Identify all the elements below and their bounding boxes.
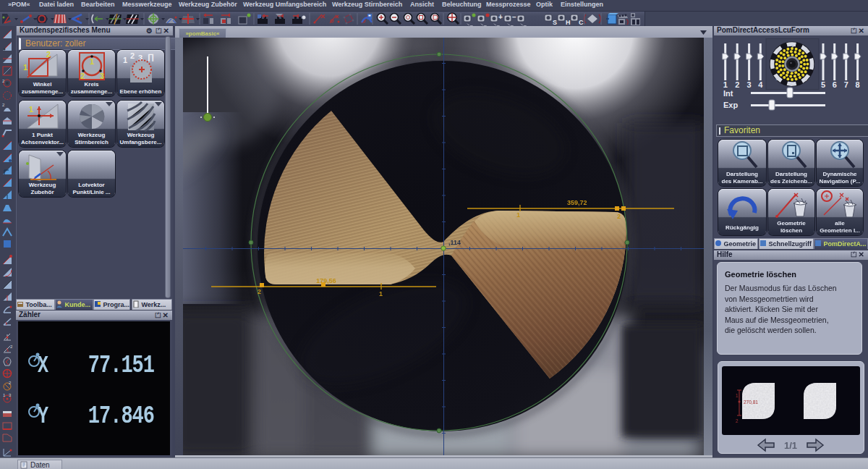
svg-text:2: 2 xyxy=(735,80,739,89)
svg-text:1: 1 xyxy=(791,43,793,48)
svg-text:2: 2 xyxy=(10,345,13,349)
svg-text:,114: ,114 xyxy=(448,239,461,246)
svg-text:2: 2 xyxy=(46,50,51,59)
svg-text:179,56: 179,56 xyxy=(316,277,336,284)
svg-text:7: 7 xyxy=(770,62,773,67)
svg-text:6: 6 xyxy=(833,80,837,89)
svg-text:2: 2 xyxy=(736,418,739,423)
svg-text:8: 8 xyxy=(856,80,860,89)
svg-text:2: 2 xyxy=(2,103,5,107)
svg-text:1: 1 xyxy=(90,57,94,66)
svg-text:3: 3 xyxy=(9,393,12,397)
svg-text:1: 1 xyxy=(516,211,520,219)
svg-text:S: S xyxy=(553,19,557,26)
svg-text:1: 1 xyxy=(23,63,27,72)
svg-text:+: + xyxy=(498,13,503,21)
svg-text:2: 2 xyxy=(130,51,135,60)
svg-text:2: 2 xyxy=(9,381,12,385)
svg-text:4: 4 xyxy=(804,77,807,82)
svg-text:Exp: Exp xyxy=(723,101,738,109)
svg-text:359,72: 359,72 xyxy=(567,199,587,206)
svg-text:−: − xyxy=(512,13,516,21)
svg-text:2: 2 xyxy=(805,48,807,53)
svg-text:H: H xyxy=(566,19,571,26)
svg-text:1: 1 xyxy=(29,105,33,114)
svg-text:5: 5 xyxy=(821,80,825,89)
svg-text:3: 3 xyxy=(100,72,104,80)
svg-text:8: 8 xyxy=(777,48,779,53)
svg-text:3: 3 xyxy=(747,80,752,89)
svg-text:1: 1 xyxy=(3,393,6,397)
svg-text:1: 1 xyxy=(123,56,127,64)
svg-text:2: 2 xyxy=(80,72,85,80)
svg-text:1/1: 1/1 xyxy=(784,440,797,451)
svg-text:5: 5 xyxy=(790,83,792,87)
svg-text:7: 7 xyxy=(844,80,848,89)
svg-text:6: 6 xyxy=(775,77,778,81)
svg-text:∏: ∏ xyxy=(148,52,154,62)
svg-text:1: 1 xyxy=(723,80,728,89)
svg-text:4: 4 xyxy=(758,80,763,89)
svg-text:2: 2 xyxy=(258,288,261,295)
svg-text:C: C xyxy=(579,19,584,26)
svg-text:270,81: 270,81 xyxy=(744,400,758,405)
svg-text:2: 2 xyxy=(617,213,621,220)
svg-text:3: 3 xyxy=(811,63,813,67)
svg-text:1: 1 xyxy=(379,290,383,297)
svg-text:1: 1 xyxy=(736,393,739,398)
svg-text:Int: Int xyxy=(723,89,733,98)
